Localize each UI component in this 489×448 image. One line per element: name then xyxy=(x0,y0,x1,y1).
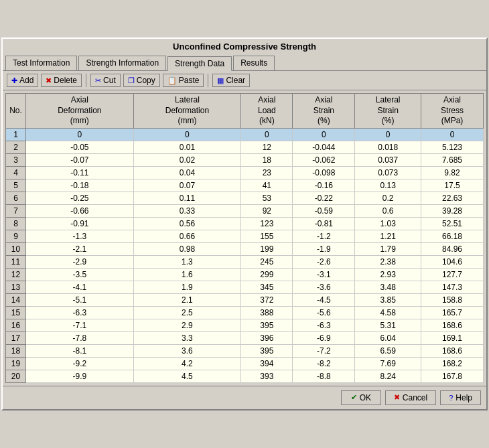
row-number[interactable]: 5 xyxy=(6,179,26,192)
cell[interactable]: -2.1 xyxy=(26,242,134,255)
cell[interactable]: 199 xyxy=(241,242,293,255)
table-row[interactable]: 7-0.660.3392-0.590.639.28 xyxy=(6,204,484,217)
add-button[interactable]: ✚ Add xyxy=(7,74,38,87)
cell[interactable]: -6.3 xyxy=(293,319,355,331)
cell[interactable]: -5.1 xyxy=(26,293,134,306)
cell[interactable]: 0.66 xyxy=(133,230,241,242)
tab-results[interactable]: Results xyxy=(233,56,275,70)
cell[interactable]: 245 xyxy=(241,255,293,268)
cell[interactable]: -5.6 xyxy=(293,306,355,319)
cell[interactable]: 0 xyxy=(421,128,484,141)
cell[interactable]: -0.11 xyxy=(26,166,134,179)
cell[interactable]: 0.02 xyxy=(133,153,241,166)
row-number[interactable]: 10 xyxy=(6,242,26,255)
cell[interactable]: -0.062 xyxy=(293,153,355,166)
cell[interactable]: 23 xyxy=(241,166,293,179)
table-row[interactable]: 3-0.070.0218-0.0620.0377.685 xyxy=(6,153,484,166)
cell[interactable]: -0.07 xyxy=(26,153,134,166)
cell[interactable]: -3.6 xyxy=(293,281,355,293)
cell[interactable]: 0.018 xyxy=(355,141,421,153)
cell[interactable]: 0.56 xyxy=(133,217,241,230)
cell[interactable]: 18 xyxy=(241,153,293,166)
cell[interactable]: 104.6 xyxy=(421,255,484,268)
cell[interactable]: 7.685 xyxy=(421,153,484,166)
cell[interactable]: 299 xyxy=(241,268,293,281)
cell[interactable]: 168.6 xyxy=(421,319,484,331)
table-row[interactable]: 19-9.24.2394-8.27.69168.2 xyxy=(6,357,484,370)
table-row[interactable]: 17-7.83.3396-6.96.04169.1 xyxy=(6,331,484,344)
table-row[interactable]: 11-2.91.3245-2.62.38104.6 xyxy=(6,255,484,268)
cell[interactable]: -4.1 xyxy=(26,281,134,293)
table-row[interactable]: 10-2.10.98199-1.91.7984.96 xyxy=(6,242,484,255)
row-number[interactable]: 9 xyxy=(6,230,26,242)
cell[interactable]: -6.9 xyxy=(293,331,355,344)
cell[interactable]: 1.6 xyxy=(133,268,241,281)
cell[interactable]: -9.9 xyxy=(26,370,134,382)
table-row[interactable]: 9-1.30.66155-1.21.2166.18 xyxy=(6,230,484,242)
cell[interactable]: 39.28 xyxy=(421,204,484,217)
cell[interactable]: 0.11 xyxy=(133,192,241,204)
cell[interactable]: 165.7 xyxy=(421,306,484,319)
cell[interactable]: 84.96 xyxy=(421,242,484,255)
cell[interactable]: -0.16 xyxy=(293,179,355,192)
cell[interactable]: 0.98 xyxy=(133,242,241,255)
tab-strength-data[interactable]: Strength Data xyxy=(167,56,232,71)
cell[interactable]: 0.04 xyxy=(133,166,241,179)
cell[interactable]: -0.25 xyxy=(26,192,134,204)
cell[interactable]: 52.51 xyxy=(421,217,484,230)
cell[interactable]: 158.8 xyxy=(421,293,484,306)
table-row[interactable]: 14-5.12.1372-4.53.85158.8 xyxy=(6,293,484,306)
cell[interactable]: 17.5 xyxy=(421,179,484,192)
cell[interactable]: 2.5 xyxy=(133,306,241,319)
cell[interactable]: -6.3 xyxy=(26,306,134,319)
cell[interactable]: -0.66 xyxy=(26,204,134,217)
cell[interactable]: 167.8 xyxy=(421,370,484,382)
cell[interactable]: 0.33 xyxy=(133,204,241,217)
cell[interactable]: 0.2 xyxy=(355,192,421,204)
cell[interactable]: 394 xyxy=(241,357,293,370)
cell[interactable]: -0.044 xyxy=(293,141,355,153)
cell[interactable]: -0.22 xyxy=(293,192,355,204)
cell[interactable]: 92 xyxy=(241,204,293,217)
cell[interactable]: 1.3 xyxy=(133,255,241,268)
cell[interactable]: 12 xyxy=(241,141,293,153)
cell[interactable]: 3.48 xyxy=(355,281,421,293)
cell[interactable]: -8.1 xyxy=(26,344,134,357)
cell[interactable]: 2.93 xyxy=(355,268,421,281)
cell[interactable]: -8.8 xyxy=(293,370,355,382)
cancel-button[interactable]: ✖ Cancel xyxy=(385,390,436,405)
tab-strength-information[interactable]: Strength Information xyxy=(78,56,166,70)
cell[interactable]: -0.59 xyxy=(293,204,355,217)
cell[interactable]: -3.5 xyxy=(26,268,134,281)
cell[interactable]: -1.3 xyxy=(26,230,134,242)
cell[interactable]: -4.5 xyxy=(293,293,355,306)
cell[interactable]: 123 xyxy=(241,217,293,230)
row-number[interactable]: 11 xyxy=(6,255,26,268)
cell[interactable]: -2.6 xyxy=(293,255,355,268)
table-row[interactable]: 18-8.13.6395-7.26.59168.6 xyxy=(6,344,484,357)
cell[interactable]: 2.1 xyxy=(133,293,241,306)
row-number[interactable]: 13 xyxy=(6,281,26,293)
row-number[interactable]: 4 xyxy=(6,166,26,179)
cell[interactable]: -8.2 xyxy=(293,357,355,370)
cell[interactable]: 5.123 xyxy=(421,141,484,153)
row-number[interactable]: 16 xyxy=(6,319,26,331)
cell[interactable]: 1.79 xyxy=(355,242,421,255)
cell[interactable]: -1.9 xyxy=(293,242,355,255)
table-row[interactable]: 15-6.32.5388-5.64.58165.7 xyxy=(6,306,484,319)
cell[interactable]: 0 xyxy=(355,128,421,141)
cell[interactable]: -9.2 xyxy=(26,357,134,370)
row-number[interactable]: 14 xyxy=(6,293,26,306)
cell[interactable]: 155 xyxy=(241,230,293,242)
cell[interactable]: 0 xyxy=(241,128,293,141)
help-button[interactable]: ? Help xyxy=(440,390,481,405)
cell[interactable]: 6.59 xyxy=(355,344,421,357)
row-number[interactable]: 20 xyxy=(6,370,26,382)
cell[interactable]: 4.5 xyxy=(133,370,241,382)
cell[interactable]: -2.9 xyxy=(26,255,134,268)
cell[interactable]: 4.2 xyxy=(133,357,241,370)
cell[interactable]: 395 xyxy=(241,344,293,357)
cell[interactable]: 1.21 xyxy=(355,230,421,242)
cell[interactable]: -7.8 xyxy=(26,331,134,344)
cell[interactable]: 127.7 xyxy=(421,268,484,281)
